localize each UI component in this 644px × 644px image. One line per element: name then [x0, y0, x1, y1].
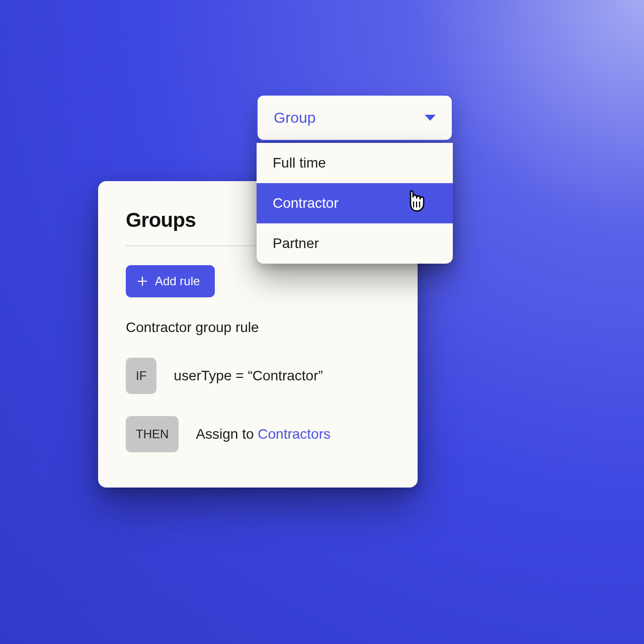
contractors-link[interactable]: Contractors — [258, 426, 331, 442]
if-row: IF userType = “Contractor” — [126, 358, 390, 394]
menu-item-contractor[interactable]: Contractor — [257, 183, 453, 223]
then-badge: THEN — [126, 416, 179, 452]
then-row: THEN Assign to Contractors — [126, 416, 390, 452]
menu-item-full-time[interactable]: Full time — [257, 143, 453, 183]
menu-item-contractor-label: Contractor — [273, 195, 339, 211]
add-rule-label: Add rule — [155, 274, 200, 288]
rule-title: Contractor group rule — [126, 319, 390, 336]
group-select-label: Group — [274, 109, 315, 126]
group-select[interactable]: Group — [257, 95, 453, 141]
pointer-cursor-icon — [404, 189, 428, 215]
menu-item-partner[interactable]: Partner — [257, 223, 453, 264]
if-badge: IF — [126, 358, 156, 394]
plus-icon — [137, 276, 148, 287]
add-rule-button[interactable]: Add rule — [126, 265, 215, 297]
chevron-down-icon — [425, 115, 436, 121]
then-prefix: Assign to — [196, 426, 258, 442]
then-expression: Assign to Contractors — [196, 426, 331, 442]
group-dropdown-menu: Full time Contractor Partner — [257, 143, 453, 264]
if-expression: userType = “Contractor” — [174, 368, 323, 384]
